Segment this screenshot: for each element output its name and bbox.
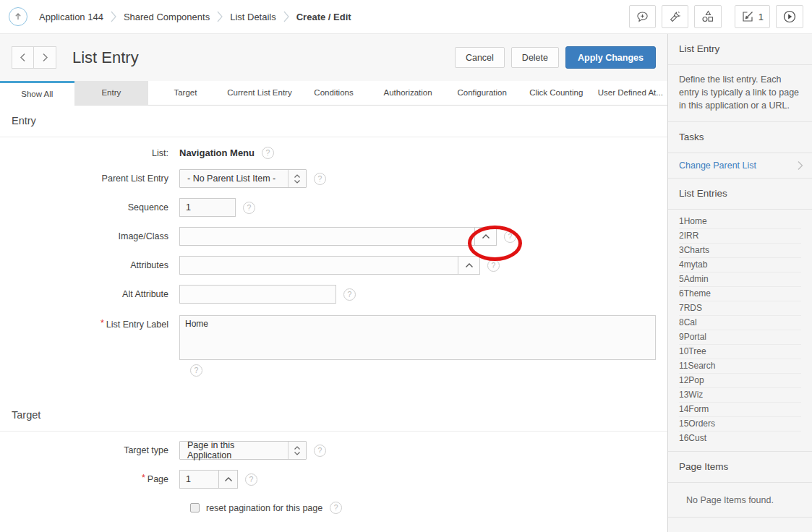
target-section: Target Target type Page in this Applicat… bbox=[0, 400, 667, 532]
shared-components-button[interactable] bbox=[694, 5, 722, 28]
select-spinner-icon bbox=[288, 170, 306, 187]
sidebar-page-items-title: Page Items bbox=[668, 452, 812, 483]
page-label: *Page bbox=[0, 474, 179, 484]
help-icon[interactable]: ? bbox=[190, 364, 202, 377]
tab-click-counting[interactable]: Click Counting bbox=[519, 81, 594, 105]
field-row-sequence: Sequence ? bbox=[0, 198, 667, 217]
spotlight-search-button[interactable] bbox=[662, 5, 688, 28]
help-icon[interactable]: ? bbox=[243, 202, 255, 214]
list-item[interactable]: 9Portal bbox=[679, 330, 801, 345]
run-application-button[interactable] bbox=[776, 5, 803, 28]
main-region: List Entry Cancel Delete Apply Changes S… bbox=[0, 34, 667, 532]
next-entry-button[interactable] bbox=[34, 46, 56, 69]
play-icon bbox=[782, 9, 797, 24]
help-icon[interactable]: ? bbox=[314, 445, 326, 457]
sequence-label: Sequence bbox=[0, 202, 179, 213]
entry-nav-group bbox=[12, 46, 56, 69]
tab-configuration[interactable]: Configuration bbox=[445, 81, 519, 105]
help-icon[interactable]: ? bbox=[314, 173, 326, 185]
attributes-popup-lov-button[interactable] bbox=[458, 256, 480, 275]
list-item[interactable]: 14Form bbox=[679, 403, 801, 417]
image-class-popup-lov-button[interactable] bbox=[474, 227, 497, 246]
header-actions: Cancel Delete Apply Changes bbox=[448, 46, 656, 69]
comment-plus-icon bbox=[636, 10, 649, 24]
sidebar-list-entries-title: List Entries bbox=[668, 179, 812, 210]
list-item[interactable]: 12Pop bbox=[679, 374, 801, 388]
list-item[interactable]: 10Tree bbox=[679, 345, 801, 359]
reset-pagination-label: reset pagination for this page bbox=[206, 503, 322, 513]
alt-attribute-input[interactable] bbox=[179, 285, 336, 304]
help-icon[interactable]: ? bbox=[330, 502, 342, 514]
page-popup-lov-button[interactable] bbox=[218, 470, 238, 489]
tab-user-defined[interactable]: User Defined At... bbox=[594, 81, 668, 105]
delete-button[interactable]: Delete bbox=[511, 47, 559, 68]
page-title: List Entry bbox=[72, 48, 139, 67]
field-row-attributes: Attributes ? bbox=[0, 256, 667, 275]
tab-conditions[interactable]: Conditions bbox=[296, 81, 371, 105]
field-row-image-class: Image/Class ? bbox=[0, 227, 667, 246]
parent-list-entry-label: Parent List Entry bbox=[0, 173, 179, 184]
list-value: Navigation Menu bbox=[179, 147, 255, 158]
list-item[interactable]: 1Home bbox=[679, 215, 801, 229]
list-item[interactable]: 2IRR bbox=[679, 229, 801, 244]
breadcrumb-list-details[interactable]: List Details bbox=[230, 12, 276, 22]
cancel-button[interactable]: Cancel bbox=[455, 47, 505, 68]
chevron-right-icon bbox=[111, 10, 116, 23]
reset-pagination-row: reset pagination for this page ? bbox=[190, 502, 667, 514]
list-item[interactable]: 7RDS bbox=[679, 301, 801, 316]
help-icon[interactable]: ? bbox=[504, 231, 516, 243]
tab-authorization[interactable]: Authorization bbox=[371, 81, 445, 105]
list-item[interactable]: 15Orders bbox=[679, 417, 801, 432]
list-item[interactable]: 16Cust bbox=[679, 432, 801, 445]
list-entries-list: 1Home 2IRR 3Charts 4mytab 5Admin 6Theme … bbox=[668, 210, 812, 452]
tab-target[interactable]: Target bbox=[148, 81, 223, 105]
entry-section: Entry List: Navigation Menu ? Parent Lis… bbox=[0, 106, 667, 400]
entry-section-title: Entry bbox=[0, 106, 667, 137]
help-icon[interactable]: ? bbox=[245, 473, 257, 486]
list-item[interactable]: 3Charts bbox=[679, 244, 801, 258]
field-row-target-type: Target type Page in this Application ? bbox=[0, 441, 667, 460]
help-icon[interactable]: ? bbox=[262, 147, 274, 159]
page-header: List Entry Cancel Delete Apply Changes bbox=[0, 34, 667, 81]
list-item[interactable]: 6Theme bbox=[679, 287, 801, 301]
breadcrumb-shared-components[interactable]: Shared Components bbox=[124, 12, 210, 22]
attributes-input[interactable] bbox=[179, 256, 458, 275]
list-item[interactable]: 13Wiz bbox=[679, 388, 801, 403]
target-type-select[interactable]: Page in this Application bbox=[179, 441, 307, 460]
task-change-parent-list[interactable]: Change Parent List bbox=[668, 153, 812, 179]
sidebar-help-title: List Entry bbox=[668, 34, 812, 65]
list-item[interactable]: 5Admin bbox=[679, 273, 801, 287]
help-icon[interactable]: ? bbox=[487, 259, 500, 272]
tab-entry[interactable]: Entry bbox=[74, 81, 149, 105]
previous-entry-button[interactable] bbox=[12, 46, 34, 69]
image-class-label: Image/Class bbox=[0, 231, 179, 241]
list-item[interactable]: 4mytab bbox=[679, 258, 801, 273]
page-input[interactable] bbox=[179, 470, 219, 489]
list-item[interactable]: 11Search bbox=[679, 359, 801, 374]
image-class-input[interactable] bbox=[179, 227, 475, 246]
list-entry-label-textarea[interactable]: Home bbox=[179, 315, 656, 360]
edit-page-number: 1 bbox=[758, 12, 764, 22]
page-items-empty-text: No Page Items found. bbox=[668, 483, 812, 518]
feedback-button[interactable] bbox=[629, 5, 656, 28]
chevron-right-icon bbox=[217, 10, 223, 23]
tab-show-all[interactable]: Show All bbox=[0, 81, 74, 106]
required-marker: * bbox=[101, 318, 104, 328]
list-item[interactable]: 8Cal bbox=[679, 316, 801, 330]
breadcrumb-application[interactable]: Application 144 bbox=[39, 12, 103, 22]
chevron-right-icon bbox=[283, 10, 289, 23]
sequence-input[interactable] bbox=[179, 198, 236, 217]
tab-current-list-entry[interactable]: Current List Entry bbox=[223, 81, 297, 105]
field-row-page: *Page ? bbox=[0, 470, 667, 489]
reset-pagination-checkbox[interactable] bbox=[190, 503, 200, 512]
breadcrumb-current: Create / Edit bbox=[296, 12, 351, 22]
help-icon[interactable]: ? bbox=[343, 288, 356, 301]
field-row-parent-list-entry: Parent List Entry - No Parent List Item … bbox=[0, 169, 667, 188]
apply-changes-button[interactable]: Apply Changes bbox=[565, 46, 656, 69]
attributes-label: Attributes bbox=[0, 260, 179, 270]
parent-list-entry-select[interactable]: - No Parent List Item - bbox=[179, 169, 307, 188]
up-arrow-icon[interactable] bbox=[9, 7, 27, 26]
edit-page-button[interactable]: 1 bbox=[735, 5, 770, 28]
sidebar-help-description: Define the list entry. Each entry is typ… bbox=[668, 65, 812, 122]
field-row-alt-attribute: Alt Attribute ? bbox=[0, 285, 667, 304]
